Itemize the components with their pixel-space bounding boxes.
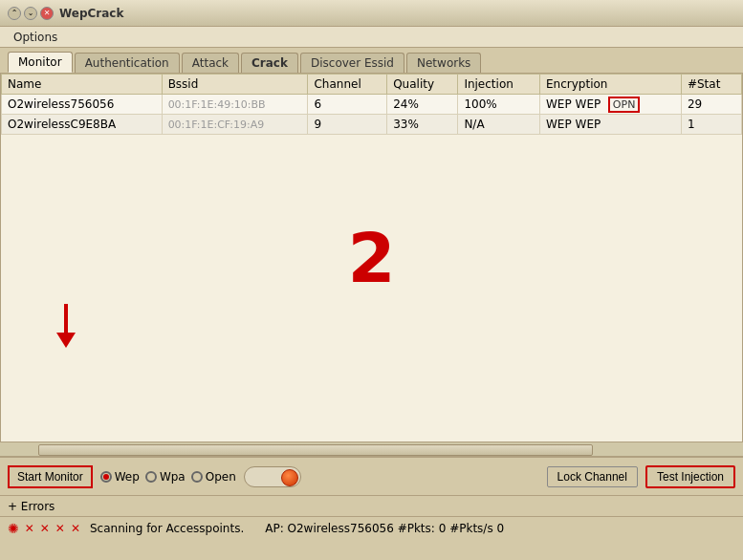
cell-channel-0: 6 bbox=[308, 95, 387, 115]
ap-text: AP: O2wireless756056 #Pkts: 0 #Pkts/s 0 bbox=[265, 522, 504, 535]
opn-badge: OPN bbox=[608, 97, 641, 113]
cell-encryption-1: WEP WEP bbox=[540, 115, 682, 135]
col-name: Name bbox=[2, 75, 163, 95]
errors-label: + Errors bbox=[8, 500, 55, 513]
toggle-knob bbox=[281, 469, 298, 486]
toggle-slider[interactable] bbox=[244, 466, 301, 487]
horizontal-scrollbar[interactable] bbox=[0, 442, 743, 457]
big-number: 2 bbox=[347, 218, 395, 298]
bottom-controls: Start Monitor Wep Wpa Open Lock Channel … bbox=[0, 457, 743, 495]
network-table: Name Bssid Channel Quality Injection Enc… bbox=[1, 74, 742, 135]
scan-text: Scanning for Accesspoints. bbox=[90, 522, 244, 535]
col-bssid: Bssid bbox=[162, 75, 308, 95]
radio-wep[interactable]: Wep bbox=[100, 470, 140, 484]
scrollbar-track bbox=[0, 442, 743, 456]
titlebar: ⌃ ⌄ ✕ WepCrack bbox=[0, 0, 743, 27]
radio-wpa-dot bbox=[145, 471, 157, 483]
scan-icon: ✺ bbox=[8, 521, 19, 536]
start-monitor-button[interactable]: Start Monitor bbox=[8, 465, 93, 488]
status-x3: ✕ bbox=[55, 522, 65, 535]
radio-open-label: Open bbox=[206, 470, 236, 484]
col-quality: Quality bbox=[387, 75, 458, 95]
arrow-head bbox=[56, 333, 76, 348]
close-button[interactable]: ✕ bbox=[40, 7, 54, 20]
tab-discover-essid[interactable]: Discover Essid bbox=[300, 53, 404, 73]
test-injection-button[interactable]: Test Injection bbox=[645, 465, 735, 488]
tab-crack[interactable]: Crack bbox=[241, 53, 298, 73]
arrow-indicator bbox=[56, 304, 76, 348]
scrollbar-thumb[interactable] bbox=[38, 444, 593, 456]
cell-bssid-1: 00:1F:1E:CF:19:A9 bbox=[162, 115, 308, 135]
tab-authentication[interactable]: Authentication bbox=[75, 53, 180, 73]
tabbar: Monitor Authentication Attack Crack Disc… bbox=[0, 48, 743, 74]
tab-monitor[interactable]: Monitor bbox=[8, 52, 73, 73]
cell-bssid-0: 00:1F:1E:49:10:BB bbox=[162, 95, 308, 115]
cell-injection-0: 100% bbox=[458, 95, 540, 115]
cell-stat-1: 1 bbox=[681, 115, 741, 135]
network-table-area: Name Bssid Channel Quality Injection Enc… bbox=[0, 74, 743, 442]
options-menu[interactable]: Options bbox=[8, 29, 63, 46]
tab-networks[interactable]: Networks bbox=[406, 53, 481, 73]
table-row[interactable]: O2wirelessC9E8BA 00:1F:1E:CF:19:A9 9 33%… bbox=[2, 115, 742, 135]
radio-wpa[interactable]: Wpa bbox=[145, 470, 186, 484]
maximize-button[interactable]: ⌄ bbox=[24, 7, 37, 20]
status-x2: ✕ bbox=[40, 522, 50, 535]
radio-wpa-label: Wpa bbox=[160, 470, 186, 484]
cell-encryption-0: WEP WEP OPN bbox=[540, 95, 682, 115]
status-bar: ✺ ✕ ✕ ✕ ✕ Scanning for Accesspoints. AP:… bbox=[0, 516, 743, 539]
radio-wep-dot bbox=[100, 471, 112, 483]
window-controls: ⌃ ⌄ ✕ bbox=[8, 7, 54, 20]
cell-injection-1: N/A bbox=[458, 115, 540, 135]
col-encryption: Encryption bbox=[540, 75, 682, 95]
col-channel: Channel bbox=[308, 75, 387, 95]
col-stat: #Stat bbox=[681, 75, 741, 95]
radio-open[interactable]: Open bbox=[191, 470, 236, 484]
radio-open-dot bbox=[191, 471, 203, 483]
window-title: WepCrack bbox=[59, 7, 123, 20]
cell-quality-0: 24% bbox=[387, 95, 458, 115]
cell-quality-1: 33% bbox=[387, 115, 458, 135]
col-injection: Injection bbox=[458, 75, 540, 95]
tab-attack[interactable]: Attack bbox=[182, 53, 239, 73]
menubar: Options bbox=[0, 27, 743, 48]
filter-radio-group: Wep Wpa Open bbox=[100, 470, 236, 484]
cell-name-1: O2wirelessC9E8BA bbox=[2, 115, 163, 135]
cell-name-0: O2wireless756056 bbox=[2, 95, 163, 115]
cell-channel-1: 9 bbox=[308, 115, 387, 135]
status-x1: ✕ bbox=[25, 522, 34, 535]
errors-bar[interactable]: + Errors bbox=[0, 495, 743, 516]
minimize-button[interactable]: ⌃ bbox=[8, 7, 21, 20]
radio-wep-label: Wep bbox=[115, 470, 140, 484]
cell-stat-0: 29 bbox=[681, 95, 741, 115]
status-x4: ✕ bbox=[71, 522, 80, 535]
arrow-shaft bbox=[64, 304, 68, 333]
lock-channel-button[interactable]: Lock Channel bbox=[547, 466, 638, 487]
table-row[interactable]: O2wireless756056 00:1F:1E:49:10:BB 6 24%… bbox=[2, 95, 742, 115]
